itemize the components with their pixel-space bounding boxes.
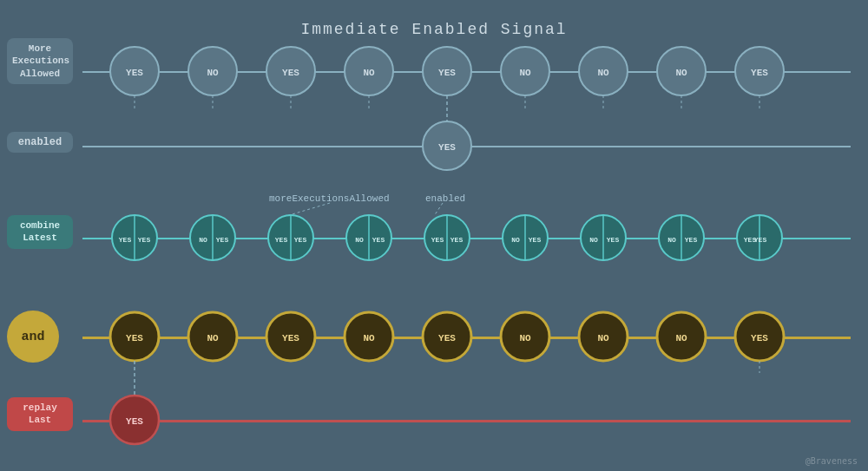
svg-text:YES: YES <box>216 236 229 244</box>
svg-text:YES: YES <box>282 333 299 343</box>
svg-text:YES: YES <box>529 236 542 244</box>
svg-text:NO: NO <box>207 333 219 343</box>
svg-text:NO: NO <box>675 333 687 343</box>
svg-text:NO: NO <box>207 68 219 78</box>
svg-line-18 <box>434 203 443 216</box>
svg-text:NO: NO <box>667 236 676 244</box>
diagram: Immediate Enabled Signal More Executions… <box>0 0 868 471</box>
svg-text:NO: NO <box>597 333 609 343</box>
svg-text:YES: YES <box>438 68 456 78</box>
svg-text:YES: YES <box>685 236 698 244</box>
svg-text:YES: YES <box>431 236 444 244</box>
svg-text:NO: NO <box>519 333 531 343</box>
svg-text:NO: NO <box>519 68 531 78</box>
svg-text:YES: YES <box>751 333 768 343</box>
svg-text:NO: NO <box>597 68 609 78</box>
main-svg: YES NO YES NO YES NO NO NO YES YES mor <box>0 0 868 471</box>
svg-text:YES: YES <box>754 236 767 244</box>
svg-text:YES: YES <box>294 236 307 244</box>
svg-text:YES: YES <box>751 68 768 78</box>
label-r1-1: YES <box>126 68 143 78</box>
annotation-enabled: enabled <box>425 193 465 204</box>
svg-text:YES: YES <box>275 236 288 244</box>
svg-text:NO: NO <box>363 68 375 78</box>
svg-text:YES: YES <box>607 236 620 244</box>
svg-text:YES: YES <box>450 236 464 244</box>
svg-text:NO: NO <box>199 236 207 244</box>
svg-text:YES: YES <box>126 416 143 427</box>
svg-text:YES: YES <box>126 333 143 343</box>
svg-text:YES: YES <box>138 236 151 244</box>
svg-text:NO: NO <box>355 236 364 244</box>
svg-text:YES: YES <box>282 68 299 78</box>
svg-text:NO: NO <box>511 236 520 244</box>
svg-text:YES: YES <box>119 236 132 244</box>
annotation-more-executions: moreExecutionsAllowed <box>269 193 390 204</box>
svg-text:YES: YES <box>438 333 456 343</box>
svg-text:NO: NO <box>675 68 687 78</box>
svg-line-17 <box>286 203 330 216</box>
svg-text:YES: YES <box>438 142 456 153</box>
svg-text:NO: NO <box>363 333 375 343</box>
svg-text:YES: YES <box>372 236 385 244</box>
watermark: @Braveness <box>806 456 858 466</box>
svg-text:NO: NO <box>589 236 598 244</box>
